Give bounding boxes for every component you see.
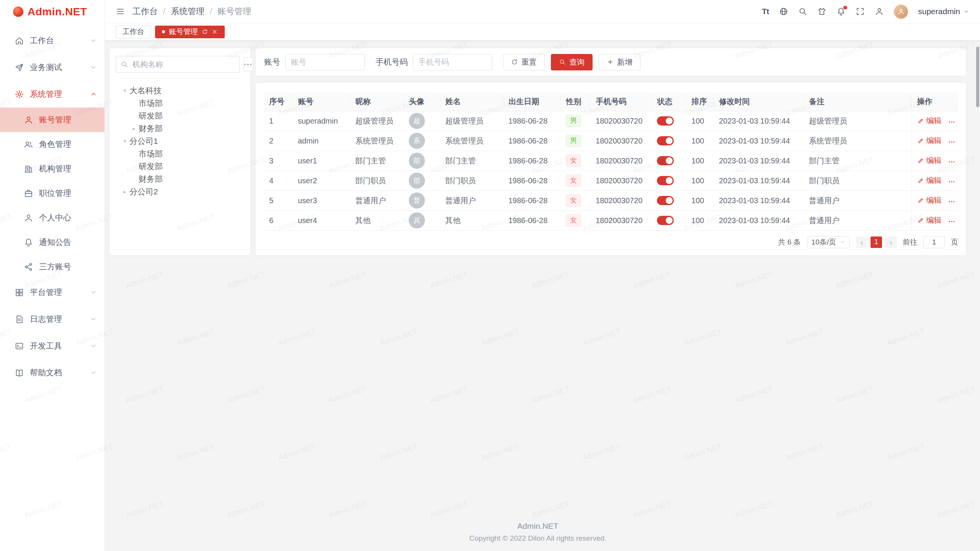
reset-button[interactable]: 重置: [503, 54, 545, 70]
org-panel: ··· ▾大名科技 市场部 研发部 ▸财务部 ▾分公司1 市场部 研发部 财务部…: [109, 48, 250, 255]
row-more-button[interactable]: [948, 158, 956, 166]
search-icon[interactable]: [798, 7, 807, 16]
bell-icon: [24, 238, 33, 247]
sidebar-item-third-party-account[interactable]: 三方账号: [0, 254, 105, 279]
user-outline-icon[interactable]: [875, 7, 884, 16]
user-menu[interactable]: superadmin: [918, 7, 969, 16]
content: ··· ▾大名科技 市场部 研发部 ▸财务部 ▾分公司1 市场部 研发部 财务部…: [105, 40, 980, 551]
language-icon[interactable]: [779, 7, 788, 16]
sidebar-item-notice[interactable]: 通知公告: [0, 230, 105, 254]
search-button[interactable]: 查询: [551, 54, 593, 70]
add-button[interactable]: 新增: [599, 54, 640, 70]
sidebar-item-log-management[interactable]: 日志管理: [0, 306, 105, 333]
tree-node[interactable]: 研发部: [116, 160, 244, 173]
caret-right-icon[interactable]: ▸: [120, 188, 129, 195]
sidebar-item-platform-management[interactable]: 平台管理: [0, 279, 105, 306]
sidebar-item-label: 账号管理: [39, 114, 71, 125]
tree-node[interactable]: 研发部: [116, 109, 244, 122]
theme-icon[interactable]: [817, 7, 826, 16]
edit-button[interactable]: 编辑: [917, 135, 942, 146]
goto-unit: 页: [951, 237, 958, 247]
user-icon: [24, 115, 33, 125]
sidebar-item-account-management[interactable]: 账号管理: [0, 108, 105, 132]
sidebar-item-workbench[interactable]: 工作台: [0, 27, 105, 54]
sidebar-item-system-management[interactable]: 系统管理: [0, 81, 105, 108]
collapse-menu-button[interactable]: [116, 7, 125, 16]
row-more-button[interactable]: [948, 138, 956, 146]
page-number-button[interactable]: 1: [871, 236, 882, 248]
breadcrumb-item-workbench[interactable]: 工作台: [132, 6, 158, 17]
sidebar-item-dev-tools[interactable]: 开发工具: [0, 333, 105, 359]
sidebar-item-personal-center[interactable]: 个人中心: [0, 205, 105, 230]
more-icon: [948, 158, 956, 166]
notification-bell-icon[interactable]: [836, 7, 846, 16]
row-more-button[interactable]: [948, 118, 956, 126]
sidebar-item-org-management[interactable]: 机构管理: [0, 156, 105, 181]
status-toggle[interactable]: [657, 216, 674, 225]
prev-page-button[interactable]: ‹: [856, 236, 867, 248]
tab-account-management[interactable]: 账号管理: [155, 26, 225, 38]
tab-label: 账号管理: [169, 27, 198, 37]
scrollbar-thumb[interactable]: [976, 47, 979, 107]
tree-node[interactable]: 市场部: [116, 147, 244, 160]
pagination-total: 共 6 条: [778, 237, 800, 247]
tree-node[interactable]: ▾分公司1: [116, 135, 244, 147]
column-header: 修改时间: [714, 93, 804, 111]
status-toggle[interactable]: [657, 116, 674, 126]
edit-button[interactable]: 编辑: [917, 155, 942, 166]
sidebar-item-business-test[interactable]: 业务测试: [0, 54, 105, 81]
org-search: [116, 56, 240, 73]
edit-button[interactable]: 编辑: [917, 215, 942, 225]
row-avatar: 系: [409, 133, 425, 149]
caret-down-icon[interactable]: ▾: [120, 87, 129, 94]
sidebar-item-role-management[interactable]: 角色管理: [0, 132, 105, 156]
goto-page-input[interactable]: [923, 236, 945, 248]
book-icon: [15, 368, 24, 378]
column-header: 操作: [911, 93, 958, 111]
chevron-down-icon: [90, 316, 97, 323]
profile-icon: [24, 213, 33, 223]
phone-input[interactable]: [413, 54, 492, 70]
status-toggle[interactable]: [657, 196, 674, 205]
tab-label: 工作台: [122, 27, 144, 37]
row-more-button[interactable]: [948, 198, 956, 205]
close-icon[interactable]: [212, 29, 218, 35]
table-header-row: 序号 账号 昵称 头像 姓名 出生日期 性别 手机号码 状态 排序: [264, 93, 958, 111]
next-page-button[interactable]: ›: [885, 236, 897, 248]
fullscreen-icon[interactable]: [856, 7, 865, 16]
sidebar-item-label: 机构管理: [39, 163, 71, 174]
tree-node[interactable]: ▸财务部: [116, 122, 244, 135]
tree-node[interactable]: 市场部: [116, 97, 244, 109]
sidebar-item-label: 工作台: [30, 35, 54, 46]
edit-button[interactable]: 编辑: [917, 116, 942, 126]
refresh-icon[interactable]: [202, 29, 208, 35]
font-size-icon[interactable]: Tt: [762, 7, 769, 16]
status-toggle[interactable]: [657, 176, 674, 185]
caret-down-icon[interactable]: ▾: [120, 138, 129, 145]
edit-button[interactable]: 编辑: [917, 175, 942, 186]
edit-icon: [917, 137, 924, 144]
status-toggle[interactable]: [657, 156, 674, 165]
tree-node[interactable]: 财务部: [116, 173, 244, 185]
avatar[interactable]: [894, 5, 908, 19]
column-header: 头像: [403, 93, 440, 111]
account-input[interactable]: [285, 54, 365, 70]
status-toggle[interactable]: [657, 136, 674, 145]
org-search-input[interactable]: [132, 60, 235, 69]
chevron-down-icon: [90, 64, 97, 71]
row-more-button[interactable]: [948, 178, 956, 186]
tree-node[interactable]: ▸分公司2: [116, 185, 244, 198]
edit-button[interactable]: 编辑: [917, 195, 942, 205]
caret-right-icon[interactable]: ▸: [129, 125, 139, 132]
breadcrumb-item-system[interactable]: 系统管理: [171, 6, 204, 17]
sidebar-item-help-docs[interactable]: 帮助文档: [0, 359, 105, 386]
page-size-select[interactable]: 10条/页: [807, 236, 850, 248]
gender-tag: 男: [566, 115, 581, 127]
sidebar-item-label: 开发工具: [30, 341, 62, 351]
row-more-button[interactable]: [948, 218, 956, 225]
tab-workbench[interactable]: 工作台: [116, 26, 151, 38]
tree-node[interactable]: ▾大名科技: [116, 84, 244, 97]
username: superadmin: [918, 7, 960, 16]
org-more-button[interactable]: ···: [243, 57, 253, 71]
sidebar-item-position-management[interactable]: 职位管理: [0, 181, 105, 205]
